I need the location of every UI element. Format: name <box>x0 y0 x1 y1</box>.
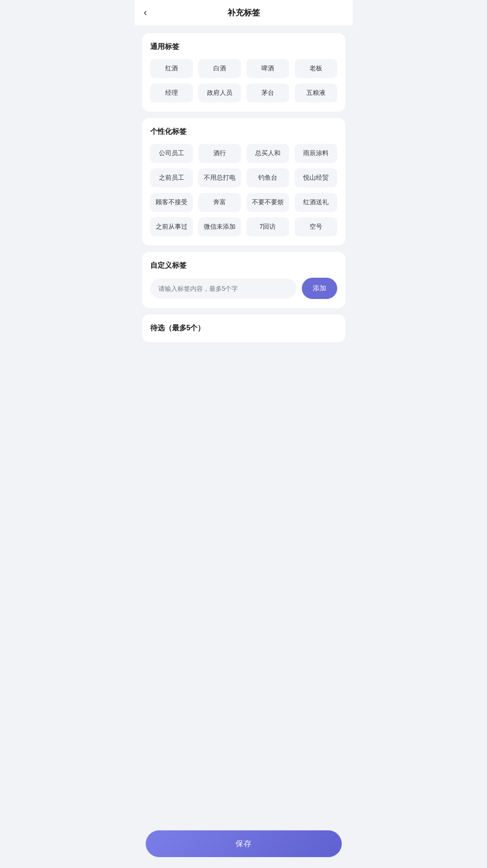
personalized-tags-card: 个性化标签 公司员工酒行总买人和雨辰涂料之前员工不用总打电钓鱼台悦山经贸顾客不接… <box>142 118 345 245</box>
tag-item[interactable]: 不用总打电 <box>198 168 241 187</box>
tag-item[interactable]: 公司员工 <box>150 144 193 163</box>
save-button[interactable]: 保存 <box>146 830 342 857</box>
tag-item[interactable]: 五粮液 <box>295 83 337 103</box>
pending-title: 待选（最多5个） <box>150 324 337 333</box>
main-content: 通用标签 红酒白酒啤酒老板经理政府人员茅台五粮液 个性化标签 公司员工酒行总买人… <box>135 26 353 387</box>
general-tags-grid: 红酒白酒啤酒老板经理政府人员茅台五粮液 <box>150 59 337 103</box>
tag-item[interactable]: 茅台 <box>246 83 289 103</box>
tag-item[interactable]: 悦山经贸 <box>295 168 337 187</box>
tag-item[interactable]: 政府人员 <box>198 83 241 103</box>
tag-item[interactable]: 酒行 <box>198 144 241 163</box>
back-button[interactable]: ‹ <box>144 7 147 19</box>
tag-item[interactable]: 雨辰涂料 <box>295 144 337 163</box>
tag-item[interactable]: 老板 <box>295 59 337 78</box>
custom-tag-card: 自定义标签 添加 <box>142 252 345 308</box>
page-header: ‹ 补充标签 <box>135 0 353 26</box>
tag-item[interactable]: 不要不要烦 <box>246 193 289 212</box>
tag-item[interactable]: 钓鱼台 <box>246 168 289 187</box>
tag-item[interactable]: 7回访 <box>246 217 289 236</box>
tag-item[interactable]: 红酒送礼 <box>295 193 337 212</box>
personalized-tags-title: 个性化标签 <box>150 127 337 137</box>
custom-tag-title: 自定义标签 <box>150 261 337 270</box>
tag-item[interactable]: 奔富 <box>198 193 241 212</box>
general-tags-card: 通用标签 红酒白酒啤酒老板经理政府人员茅台五粮液 <box>142 33 345 112</box>
tag-item[interactable]: 之前员工 <box>150 168 193 187</box>
tag-item[interactable]: 啤酒 <box>246 59 289 78</box>
general-tags-title: 通用标签 <box>150 42 337 52</box>
tag-item[interactable]: 空号 <box>295 217 337 236</box>
tag-item[interactable]: 红酒 <box>150 59 193 78</box>
add-tag-button[interactable]: 添加 <box>302 278 337 299</box>
personalized-tags-grid: 公司员工酒行总买人和雨辰涂料之前员工不用总打电钓鱼台悦山经贸顾客不接受奔富不要不… <box>150 144 337 236</box>
custom-tag-input[interactable] <box>150 279 296 299</box>
pending-card: 待选（最多5个） <box>142 314 345 342</box>
tag-item[interactable]: 白酒 <box>198 59 241 78</box>
page-title: 补充标签 <box>227 7 260 18</box>
tag-item[interactable]: 顾客不接受 <box>150 193 193 212</box>
tag-item[interactable]: 经理 <box>150 83 193 103</box>
tag-item[interactable]: 总买人和 <box>246 144 289 163</box>
tag-item[interactable]: 微信未添加 <box>198 217 241 236</box>
custom-tag-row: 添加 <box>150 278 337 299</box>
tag-item[interactable]: 之前从事过 <box>150 217 193 236</box>
save-bar: 保存 <box>135 824 353 868</box>
